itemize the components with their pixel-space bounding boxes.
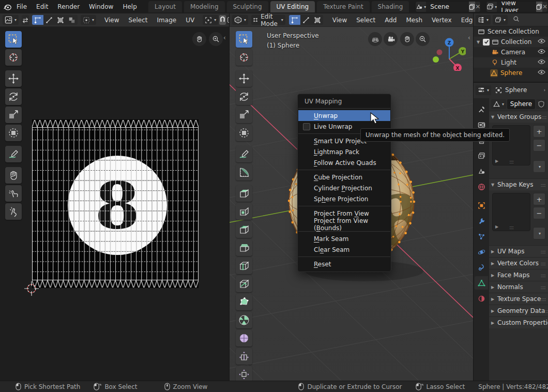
menu-item-lightmap-pack[interactable]: Lightmap Pack bbox=[298, 146, 390, 157]
workspace-tab-layout[interactable]: Layout bbox=[148, 1, 182, 12]
uv-pan-button[interactable] bbox=[192, 32, 206, 46]
vp-menu-mesh[interactable]: Mesh bbox=[402, 15, 427, 25]
uv-sticky-select-button[interactable]: ▾ bbox=[81, 15, 96, 25]
list-filter-toggle-icon[interactable]: ▶ bbox=[495, 224, 498, 229]
menu-file[interactable]: File bbox=[12, 1, 32, 12]
menu-item-follow-active-quads[interactable]: Follow Active Quads bbox=[298, 157, 390, 168]
uv-tool-annotate[interactable] bbox=[5, 146, 22, 162]
tab-world[interactable] bbox=[475, 180, 488, 193]
uv-map[interactable]: 8 bbox=[32, 119, 199, 288]
vp-camera-view-button[interactable] bbox=[384, 32, 398, 46]
uv-2d-cursor[interactable] bbox=[24, 281, 39, 296]
uv-menu-image[interactable]: Image bbox=[153, 15, 181, 25]
uv-tool-select-box[interactable] bbox=[5, 31, 22, 48]
vp-menu-add[interactable]: Add bbox=[380, 15, 401, 25]
menu-item-cylinder-projection[interactable]: Cylinder Projection bbox=[298, 183, 390, 193]
eye-icon[interactable] bbox=[538, 59, 545, 66]
panel-normals[interactable]: ▶Normals:::: bbox=[489, 281, 548, 293]
outliner-search-icon[interactable] bbox=[513, 16, 520, 24]
tool-loop-cut[interactable] bbox=[236, 258, 252, 274]
uv-select-mode-island[interactable] bbox=[66, 15, 78, 25]
tool-inset-faces[interactable] bbox=[236, 221, 252, 238]
tool-bevel[interactable] bbox=[236, 239, 252, 256]
eye-icon[interactable] bbox=[538, 69, 545, 77]
panel-vertex-colors[interactable]: ▶Vertex Colors:::: bbox=[489, 257, 548, 269]
mesh-datablock-browse-button[interactable]: ▾ bbox=[491, 99, 506, 109]
tab-material[interactable] bbox=[475, 292, 488, 305]
menu-item-project-from-view-bounds[interactable]: Project from View (Bounds) bbox=[298, 219, 390, 230]
workspace-tab-modeling[interactable]: Modeling bbox=[184, 1, 225, 12]
tool-cursor[interactable] bbox=[236, 49, 252, 66]
scene-unlink-icon[interactable]: ✕ bbox=[475, 2, 480, 12]
panel-shape-keys[interactable]: ▼Shape Keys:::: bbox=[489, 178, 548, 190]
tool-poly-build[interactable] bbox=[236, 294, 252, 310]
workspace-tab-sculpting[interactable]: Sculpting bbox=[227, 1, 268, 12]
uv-sidebar-collapse-icon[interactable]: ‹ bbox=[223, 34, 226, 41]
scene-new-copy-icon[interactable] bbox=[469, 2, 475, 12]
uv-menu-uv[interactable]: UV bbox=[181, 15, 199, 25]
outliner-row-light[interactable]: Light bbox=[474, 57, 548, 68]
tool-knife[interactable] bbox=[236, 276, 252, 292]
uv-select-mode-vertex[interactable] bbox=[32, 15, 43, 25]
uv-menu-select[interactable]: Select bbox=[125, 15, 152, 25]
view-layer-name[interactable]: View Layer bbox=[497, 2, 536, 12]
workspace-tab-uv-editing[interactable]: UV Editing bbox=[270, 1, 315, 12]
uv-tool-rotate[interactable] bbox=[5, 88, 22, 105]
shape-key-remove-button[interactable]: − bbox=[533, 207, 545, 219]
blender-logo-icon[interactable] bbox=[3, 2, 12, 12]
list-resize-grip[interactable]: :::: bbox=[509, 159, 513, 164]
vp-menu-select[interactable]: Select bbox=[352, 15, 379, 25]
menu-window[interactable]: Window bbox=[84, 1, 118, 12]
uv-tool-grab[interactable] bbox=[5, 167, 22, 184]
tab-scene[interactable] bbox=[475, 164, 488, 178]
workspace-tab-texture-paint[interactable]: Texture Paint bbox=[317, 1, 369, 12]
vp-pan-button[interactable] bbox=[400, 32, 414, 46]
uv-select-mode-edge[interactable] bbox=[43, 15, 55, 25]
outliner-filter-button[interactable]: ▾ bbox=[493, 15, 508, 25]
uv-canvas[interactable]: 8 ‹ bbox=[0, 27, 229, 381]
tool-shrink-fatten[interactable] bbox=[236, 366, 252, 381]
viewport-editor-type-button[interactable]: ▾ bbox=[232, 15, 248, 25]
menu-item-cube-projection[interactable]: Cube Projection bbox=[298, 172, 390, 183]
tool-extrude-region[interactable] bbox=[236, 203, 252, 220]
uv-tool-relax[interactable] bbox=[5, 185, 22, 202]
shape-key-specials-button[interactable]: ▾ bbox=[533, 227, 545, 239]
scene-browse-icon[interactable]: ▾ bbox=[416, 2, 426, 12]
select-mode-vertex[interactable] bbox=[289, 15, 300, 25]
uv-tool-cursor[interactable] bbox=[5, 49, 22, 66]
fake-user-shield-button[interactable] bbox=[536, 99, 546, 109]
view-layer-browse-icon[interactable]: ▾ bbox=[486, 2, 497, 12]
select-mode-edge[interactable] bbox=[300, 15, 312, 25]
tab-tool[interactable] bbox=[475, 102, 488, 116]
shape-keys-list[interactable]: ▶ :::: bbox=[492, 193, 530, 231]
vp-sidebar-collapse-icon[interactable]: ‹ bbox=[468, 34, 470, 41]
vertex-group-specials-button[interactable]: ▾ bbox=[533, 160, 545, 173]
tab-physics[interactable] bbox=[475, 245, 488, 259]
properties-editor-type-button[interactable]: ▾ bbox=[476, 85, 491, 95]
outliner-row-sphere[interactable]: Sphere bbox=[474, 68, 548, 78]
shape-key-add-button[interactable]: + bbox=[533, 193, 545, 205]
menu-item-clear-seam[interactable]: Clear Seam bbox=[298, 244, 390, 255]
uv-zoom-button[interactable] bbox=[209, 32, 223, 46]
tool-transform[interactable] bbox=[236, 125, 252, 141]
navigation-gizmo[interactable]: Z Y X bbox=[432, 37, 466, 71]
mesh-name-field[interactable]: Sphere bbox=[507, 99, 535, 109]
list-filter-toggle-icon[interactable]: ▶ bbox=[495, 159, 498, 163]
vertex-group-add-button[interactable]: + bbox=[533, 125, 545, 138]
mode-dropdown[interactable]: Edit Mode ▾ bbox=[251, 15, 285, 25]
tab-view-layer[interactable] bbox=[475, 149, 488, 162]
vp-menu-view[interactable]: View bbox=[328, 15, 351, 25]
menu-item-reset[interactable]: Reset bbox=[298, 259, 390, 269]
tab-object[interactable] bbox=[475, 199, 488, 212]
panel-custom-properties[interactable]: ▶Custom Properties:::: bbox=[489, 316, 548, 328]
uv-select-mode-face[interactable] bbox=[55, 15, 66, 25]
tool-measure[interactable] bbox=[236, 164, 252, 180]
vp-menu-vertex[interactable]: Vertex bbox=[428, 15, 456, 25]
disclosure-triangle-icon[interactable]: ▼ bbox=[477, 40, 483, 44]
view-layer-remove-icon[interactable]: ✕ bbox=[542, 2, 547, 12]
tool-rotate[interactable] bbox=[236, 88, 252, 105]
tool-scale[interactable] bbox=[236, 107, 252, 123]
menu-item-mark-seam[interactable]: Mark Seam bbox=[298, 233, 390, 244]
uv-tool-move[interactable] bbox=[5, 70, 22, 87]
panel-uv-maps[interactable]: ▶UV Maps:::: bbox=[489, 245, 548, 257]
